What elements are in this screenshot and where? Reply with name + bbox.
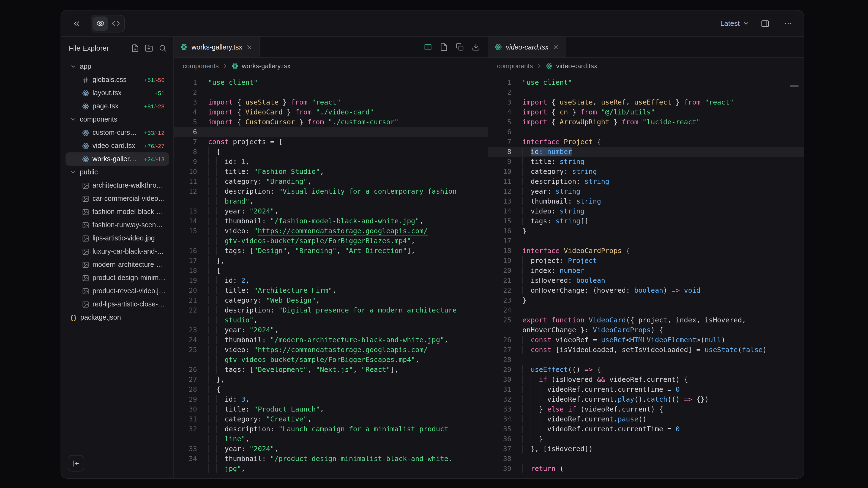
code-line[interactable]: 38 [488,454,804,464]
code-line[interactable]: 16 tags: ["Design", "Branding", "Art Dir… [174,246,488,256]
code-line[interactable]: 6 [174,127,488,137]
open-file-button[interactable] [440,43,448,51]
code-line[interactable]: 4import { cn } from "@/lib/utils" [488,107,804,117]
code-line[interactable]: 31 videoRef.current.currentTime = 0 [488,385,804,394]
tree-file-modern-architecture[interactable]: modern-architecture-… [65,258,169,271]
code-line[interactable]: 10 category: string [488,167,804,176]
tree-file-layout.tsx[interactable]: layout.tsx+51 [65,86,169,100]
tree-file-custom-curs[interactable]: custom-curs…+33/-12 [65,126,169,139]
code-line[interactable]: 1"use client" [488,77,804,88]
code-line[interactable]: 32 description: "Launch campaign for a m… [174,424,488,434]
code-line[interactable]: 2 [174,88,488,97]
code-line[interactable]: 27 const [isVideoLoaded, setIsVideoLoade… [488,345,804,355]
close-tab-button[interactable] [246,44,253,50]
code-line[interactable]: 5import { ArrowUpRight } from "lucide-re… [488,117,804,127]
code-line[interactable]: 24 thumbnail: "/modern-architecture-blac… [174,335,488,345]
close-tab-button[interactable] [553,44,559,50]
code-line[interactable]: 5import { CustomCursor } from "./custom-… [174,117,488,127]
code-line[interactable]: onHoverChange }: VideoCardProps) { [488,325,804,335]
tree-file-lips-artistic-video.jpg[interactable]: lips-artistic-video.jpg [65,232,169,245]
code-line[interactable]: 21 isHovered: boolean [488,275,804,286]
tree-folder-components[interactable]: components [65,113,169,126]
code-line[interactable]: 3import { useState, useRef, useEffect } … [488,97,804,107]
tree-file-video-card.tsx[interactable]: video-card.tsx+76/-27 [65,139,169,153]
code-line[interactable]: gtv-videos-bucket/sample/ForBiggerBlazes… [174,236,488,246]
tree-file-product-design-minim[interactable]: product-design-minim… [65,271,169,285]
download-button[interactable] [472,43,480,51]
tree-file-package.json[interactable]: {}package.json [65,311,169,324]
code-line[interactable]: 19 project: Project [488,256,804,266]
code-line[interactable]: 33 year: "2024", [174,444,488,454]
code-line[interactable]: 16} [488,226,804,236]
code-line[interactable]: 10 title: "Fashion Studio", [174,167,488,176]
tab-works-gallery.tsx[interactable]: works-gallery.tsx [174,37,260,57]
code-line[interactable]: brand", [174,196,488,206]
tree-file-luxury-car-black-and[interactable]: luxury-car-black-and-… [65,245,169,258]
code-line[interactable]: 17 [488,236,804,246]
code-line[interactable]: 3import { useState } from "react" [174,97,488,107]
breadcrumb-folder[interactable]: components [183,62,219,70]
preview-toggle-button[interactable] [92,16,108,31]
code-line[interactable]: 33 } else if (videoRef.current) { [488,404,804,414]
code-line[interactable]: 25 video: "https://commondatastorage.goo… [174,345,488,355]
code-line[interactable]: 39 return ( [488,464,804,474]
code-line[interactable]: 26 const videoRef = useRef<HTMLVideoElem… [488,335,804,345]
code-line[interactable]: 28 [488,355,804,365]
code-line[interactable]: 1"use client" [174,77,488,88]
code-line[interactable]: 9 id: 1, [174,157,488,167]
code-line[interactable]: 8 id: number [488,147,804,157]
code-line[interactable]: 23} [488,295,804,305]
code-line[interactable]: 18 { [174,266,488,275]
code-line[interactable]: 2 [488,88,804,97]
code-line[interactable]: 20 title: "Architecture Firm", [174,286,488,295]
code-line[interactable]: 22 onHoverChange: (hovered: boolean) => … [488,286,804,295]
tree-file-globals.css[interactable]: globals.css+51/-50 [65,73,169,86]
tree-file-fashion-model-black[interactable]: fashion-model-black-… [65,205,169,219]
tree-file-car-commercial-video[interactable]: car-commercial-video… [65,192,169,205]
code-line[interactable]: 7interface Project { [488,137,804,147]
breadcrumb-file[interactable]: works-gallery.tsx [242,62,290,70]
code-line[interactable]: 14 thumbnail: "/fashion-model-black-and-… [174,216,488,226]
code-line[interactable]: 18interface VideoCardProps { [488,246,804,256]
tree-folder-public[interactable]: public [65,166,169,179]
collapse-panel-button[interactable] [69,16,84,31]
code-line[interactable]: 11 category: "Branding", [174,176,488,187]
code-line[interactable]: 29 id: 3, [174,394,488,404]
version-selector-button[interactable]: Latest [720,19,750,28]
code-line[interactable]: 30 if (isHovered && videoRef.current) { [488,375,804,385]
code-toggle-button[interactable] [108,16,123,31]
code-line[interactable]: 14 video: string [488,206,804,216]
code-line[interactable]: 6 [488,127,804,137]
code-line[interactable]: 28 { [174,385,488,394]
new-folder-button[interactable] [145,44,153,52]
code-line[interactable]: 37 }, [isHovered]) [488,444,804,454]
code-line[interactable]: 11 description: string [488,176,804,187]
code-line[interactable]: 4import { VideoCard } from "./video-card… [174,107,488,117]
code-line[interactable]: 36 } [488,434,804,444]
code-line[interactable]: 21 category: "Web Design", [174,295,488,305]
more-options-button[interactable] [780,16,796,31]
tree-file-page.tsx[interactable]: page.tsx+81/-28 [65,100,169,113]
code-line[interactable]: 34 thumbnail: "/product-design-minimalis… [174,454,488,464]
copy-code-button[interactable] [456,43,464,51]
layout-panel-button[interactable] [757,16,773,31]
code-line[interactable]: 35 videoRef.current.currentTime = 0 [488,424,804,434]
code-line[interactable]: 32 videoRef.current.play().catch(() => {… [488,394,804,404]
code-line[interactable]: 22 description: "Digital presence for a … [174,305,488,315]
code-line[interactable]: 8 { [174,147,488,157]
tree-file-product-reveal-video.j[interactable]: product-reveal-video.j… [65,285,169,298]
tree-file-works-galler[interactable]: works-galler…+24/-13 [65,153,169,166]
code-line[interactable]: 7const projects = [ [174,137,488,147]
code-line[interactable]: 13 year: "2024", [174,206,488,216]
code-line[interactable]: 15 video: "https://commondatastorage.goo… [174,226,488,236]
breadcrumb-folder[interactable]: components [497,62,533,70]
code-line[interactable]: 25export function VideoCard({ project, i… [488,315,804,325]
tab-video-card.tsx[interactable]: video-card.tsx [488,37,566,57]
split-editor-button[interactable] [424,43,432,51]
tree-file-architecture-walkthro[interactable]: architecture-walkthro… [65,179,169,192]
code-line[interactable]: 9 title: string [488,157,804,167]
code-line[interactable]: 30 title: "Product Launch", [174,404,488,414]
code-line[interactable]: 34 videoRef.current.pause() [488,414,804,424]
tree-file-fashion-runway-scen[interactable]: fashion-runway-scen… [65,219,169,232]
code-line[interactable]: line", [174,434,488,444]
